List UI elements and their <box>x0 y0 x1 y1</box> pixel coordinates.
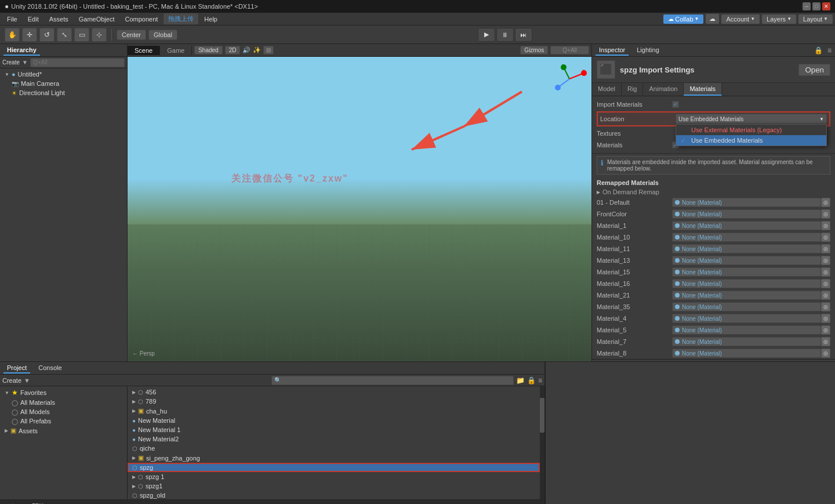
asset-item-10[interactable]: ▶ ⬡ spzg1 <box>128 481 540 491</box>
mat-value-4[interactable]: None (Material) <box>672 244 821 253</box>
mat-value-8[interactable]: None (Material) <box>672 291 821 300</box>
mat-select-3[interactable]: ◎ <box>821 233 830 242</box>
asset-item-5[interactable]: ● New Material2 <box>128 434 540 444</box>
global-button[interactable]: Global <box>148 30 177 40</box>
mat-value-10[interactable]: None (Material) <box>672 314 821 323</box>
project-lock-icon[interactable]: 🔒 <box>527 376 536 385</box>
mat-select-11[interactable]: ◎ <box>821 325 830 335</box>
menu-gameobject[interactable]: GameObject <box>74 14 119 24</box>
project-tab[interactable]: Project <box>3 363 30 374</box>
menu-edit[interactable]: Edit <box>23 14 43 24</box>
asset-item-2[interactable]: ▶ ▣ cha_hu <box>128 406 540 416</box>
mat-value-2[interactable]: None (Material) <box>672 221 821 230</box>
project-create-btn[interactable]: Create <box>2 377 21 384</box>
mat-value-9[interactable]: None (Material) <box>672 302 821 311</box>
menu-assets[interactable]: Assets <box>45 14 73 24</box>
asset-item-9[interactable]: ▶ ⬡ spzg 1 <box>128 472 540 481</box>
2d-button[interactable]: 2D <box>225 46 241 55</box>
gizmos-btn[interactable]: Gizmos <box>520 46 548 55</box>
import-materials-checkbox[interactable]: ✓ <box>672 101 679 108</box>
option-embedded-materials[interactable]: ✓ Use Embedded Materials <box>676 135 826 146</box>
mat-select-10[interactable]: ◎ <box>821 314 830 323</box>
mat-select-4[interactable]: ◎ <box>821 244 830 253</box>
play-button[interactable]: ▶ <box>478 28 495 42</box>
mat-select-2[interactable]: ◎ <box>821 221 830 230</box>
asset-item-7[interactable]: ▶ ▣ si_peng_zha_gong <box>128 453 540 463</box>
mat-value-1[interactable]: None (Material) <box>672 209 821 219</box>
pause-button[interactable]: ⏸ <box>496 28 514 42</box>
scene-view[interactable]: x y z 关注微信公号 "v2_zxw" ← Persp <box>128 57 591 361</box>
project-search[interactable] <box>271 376 514 385</box>
console-tab[interactable]: Console <box>35 363 65 374</box>
menu-file[interactable]: File <box>2 14 22 24</box>
lighting-tab[interactable]: Lighting <box>633 45 663 56</box>
mat-select-6[interactable]: ◎ <box>821 267 830 277</box>
account-button[interactable]: Account▼ <box>721 14 760 24</box>
animation-tab[interactable]: Animation <box>643 83 684 96</box>
favorites-folder[interactable]: ▼ ★ Favorites <box>0 387 127 398</box>
project-scrollbar[interactable] <box>540 386 544 499</box>
inspector-lock-icon[interactable]: 🔒 <box>814 46 823 55</box>
project-menu-icon[interactable]: ≡ <box>538 376 542 385</box>
inspector-menu-icon[interactable]: ≡ <box>827 46 832 55</box>
collab-button[interactable]: ☁Collab▼ <box>663 14 703 24</box>
mat-value-11[interactable]: None (Material) <box>672 325 821 335</box>
scene-tab[interactable]: Scene <box>128 46 160 55</box>
cloud-icon[interactable]: ☁ <box>706 14 719 24</box>
menu-component[interactable]: Component <box>120 14 162 24</box>
mat-select-5[interactable]: ◎ <box>821 256 830 265</box>
mat-select-13[interactable]: ◎ <box>821 349 830 358</box>
mat-value-5[interactable]: None (Material) <box>672 256 821 265</box>
rig-tab[interactable]: Rig <box>622 83 644 96</box>
close-btn[interactable]: ✕ <box>822 2 830 10</box>
hierarchy-tab[interactable]: Hierarchy <box>3 45 40 56</box>
all-prefabs-item[interactable]: ◯ All Prefabs <box>0 416 127 426</box>
model-tab[interactable]: Model <box>592 83 622 96</box>
transform-tool[interactable]: ⊹ <box>92 28 107 42</box>
open-button[interactable]: Open <box>798 64 830 76</box>
inspector-tab[interactable]: Inspector <box>596 45 629 56</box>
step-button[interactable]: ⏭ <box>515 28 532 42</box>
menu-help[interactable]: Help <box>199 14 222 24</box>
directional-light-item[interactable]: ☀ Directional Light <box>0 88 127 97</box>
location-dropdown[interactable]: Use Embedded Materials ▼ <box>676 114 827 124</box>
assets-folder[interactable]: ▶ ▣ Assets <box>0 426 127 436</box>
maximize-btn[interactable]: □ <box>812 2 821 10</box>
create-button[interactable]: Create <box>2 59 20 66</box>
asset-item-6[interactable]: ⬡ qiche <box>128 444 540 453</box>
hand-tool[interactable]: ✋ <box>5 28 20 42</box>
materials-tab[interactable]: Materials <box>684 83 722 96</box>
rotate-tool[interactable]: ↺ <box>39 28 55 42</box>
scene-view-options[interactable]: ⊟ <box>263 46 274 55</box>
rect-tool[interactable]: ▭ <box>74 28 89 42</box>
menu-upload[interactable]: 拖拽上传 <box>164 13 198 24</box>
asset-item-0[interactable]: ▶ ⬡ 456 <box>128 387 540 397</box>
asset-item-spzg[interactable]: ⬡ spzg <box>128 463 540 472</box>
mat-value-12[interactable]: None (Material) <box>672 337 821 346</box>
main-camera-item[interactable]: 📷 Main Camera <box>0 79 127 88</box>
mat-select-12[interactable]: ◎ <box>821 337 830 346</box>
scene-item[interactable]: ▼ ● Untitled* <box>0 70 127 79</box>
asset-item-4[interactable]: ● New Material 1 <box>128 425 540 434</box>
mat-value-7[interactable]: None (Material) <box>672 279 821 288</box>
fx-icon[interactable]: ✨ <box>253 46 261 54</box>
scale-tool[interactable]: ⤡ <box>57 28 72 42</box>
mat-select-9[interactable]: ◎ <box>821 302 830 311</box>
mat-value-6[interactable]: None (Material) <box>672 267 821 277</box>
project-folder-icon[interactable]: 📁 <box>516 376 525 385</box>
asset-item-1[interactable]: ▶ ⬡ 789 <box>128 397 540 406</box>
all-materials-item[interactable]: ◯ All Materials <box>0 398 127 407</box>
asset-item-11[interactable]: ⬡ spzg_old <box>128 491 540 499</box>
all-models-item[interactable]: ◯ All Models <box>0 407 127 416</box>
mat-value-3[interactable]: None (Material) <box>672 233 821 242</box>
minimize-btn[interactable]: ─ <box>803 2 811 10</box>
mat-select-7[interactable]: ◎ <box>821 279 830 288</box>
mat-select-1[interactable]: ◎ <box>821 209 830 219</box>
layout-button[interactable]: Layout▼ <box>798 14 833 24</box>
asset-item-3[interactable]: ● New Material <box>128 416 540 425</box>
on-demand-remap[interactable]: ▶ On Demand Remap <box>592 187 835 197</box>
mat-select-0[interactable]: ◎ <box>821 198 830 207</box>
layers-button[interactable]: Layers▼ <box>762 14 796 24</box>
scene-search[interactable]: Q+All <box>550 46 589 55</box>
mat-value-13[interactable]: None (Material) <box>672 349 821 358</box>
